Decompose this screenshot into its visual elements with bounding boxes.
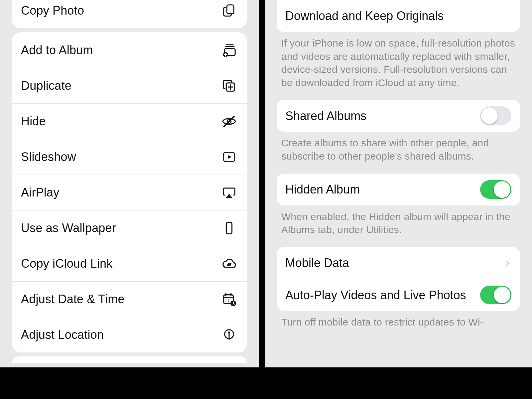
shared-albums-toggle[interactable] [480, 106, 511, 125]
autoplay-row[interactable]: Auto-Play Videos and Live Photos [277, 279, 520, 311]
svg-point-22 [225, 301, 226, 302]
photo-action-sheet: Copy Photo Add to Album [0, 0, 259, 367]
svg-rect-0 [227, 5, 234, 14]
hidden-album-row[interactable]: Hidden Album [277, 174, 520, 205]
svg-point-23 [228, 301, 229, 302]
action-label: Hide [21, 114, 221, 128]
hidden-album-toggle[interactable] [480, 180, 511, 199]
action-label: AirPlay [21, 186, 221, 200]
download-footer: If your iPhone is low on space, full-res… [281, 37, 515, 89]
action-duplicate[interactable]: Duplicate [12, 68, 247, 103]
calendar-clock-icon [221, 292, 237, 307]
photos-settings: Download and Keep Originals If your iPho… [265, 0, 532, 367]
row-label: Shared Albums [285, 109, 480, 123]
row-label: Mobile Data [285, 256, 505, 270]
action-label: Adjust Date & Time [21, 292, 221, 306]
action-label: Copy iCloud Link [21, 257, 221, 271]
shared-albums-group: Shared Albums [277, 100, 520, 132]
action-group-1: Copy Photo [12, 0, 247, 28]
action-group-2: Add to Album Duplicate [12, 32, 247, 352]
playback-group: Mobile Data › Auto-Play Videos and Live … [277, 247, 520, 311]
location-pin-icon [221, 327, 237, 342]
phone-rect-icon [221, 220, 237, 236]
copy-stack-icon [221, 3, 237, 18]
cloud-link-icon [221, 256, 237, 271]
action-label: Add to Album [21, 43, 221, 57]
play-rect-icon [221, 149, 237, 165]
action-label: Adjust Location [21, 328, 221, 342]
svg-point-20 [228, 299, 229, 300]
action-label: Slideshow [21, 150, 221, 164]
eye-slash-icon [221, 114, 237, 129]
hidden-album-footer: When enabled, the Hidden album will appe… [281, 210, 515, 236]
svg-rect-13 [226, 222, 232, 234]
row-label: Download and Keep Originals [285, 9, 511, 23]
action-label: Copy Photo [21, 4, 221, 18]
hidden-album-group: Hidden Album [277, 174, 520, 205]
svg-point-26 [228, 332, 230, 334]
add-to-album-icon [221, 43, 237, 58]
action-use-as-wallpaper[interactable]: Use as Wallpaper [12, 210, 247, 246]
action-slideshow[interactable]: Slideshow [12, 139, 247, 175]
shared-albums-row[interactable]: Shared Albums [277, 100, 520, 132]
row-label: Hidden Album [285, 182, 480, 197]
action-label: Use as Wallpaper [21, 221, 221, 235]
action-add-to-album[interactable]: Add to Album [12, 32, 247, 68]
chevron-right-icon: › [505, 255, 511, 270]
action-airplay[interactable]: AirPlay [12, 175, 247, 210]
duplicate-icon [221, 78, 237, 93]
action-hide[interactable]: Hide [12, 103, 247, 139]
mobile-data-row[interactable]: Mobile Data › [277, 247, 520, 279]
panel-divider [259, 0, 265, 367]
airplay-icon [221, 185, 237, 200]
download-originals-row[interactable]: Download and Keep Originals [277, 0, 520, 32]
action-copy-icloud-link[interactable]: Copy iCloud Link [12, 246, 247, 281]
svg-point-21 [230, 299, 231, 300]
svg-point-19 [225, 299, 226, 300]
download-group: Download and Keep Originals [277, 0, 520, 32]
bottom-footer: Turn off mobile data to restrict updates… [281, 316, 515, 329]
row-label: Auto-Play Videos and Live Photos [285, 288, 480, 302]
action-adjust-date-time[interactable]: Adjust Date & Time [12, 281, 247, 317]
action-adjust-location[interactable]: Adjust Location [12, 317, 247, 352]
shared-albums-footer: Create albums to share with other people… [281, 136, 515, 163]
svg-line-11 [224, 116, 234, 127]
action-label: Duplicate [21, 79, 221, 93]
autoplay-toggle[interactable] [480, 286, 511, 304]
action-group-3-peek [12, 356, 247, 363]
action-copy-photo[interactable]: Copy Photo [12, 0, 247, 28]
